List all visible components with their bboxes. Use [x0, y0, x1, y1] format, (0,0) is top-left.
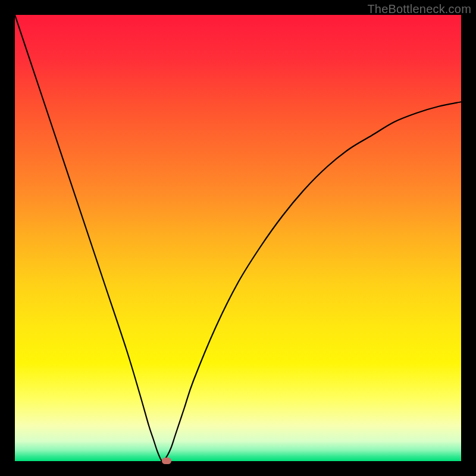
- optimum-marker: [162, 458, 171, 464]
- bottleneck-curve: [15, 15, 461, 461]
- watermark-text: TheBottleneck.com: [367, 2, 471, 16]
- chart-frame: [15, 15, 461, 461]
